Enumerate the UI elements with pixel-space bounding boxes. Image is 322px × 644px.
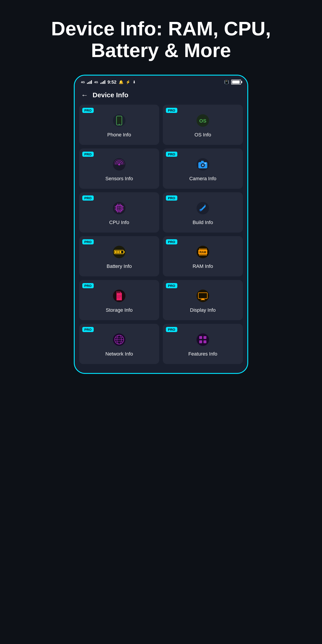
- svg-rect-53: [200, 248, 201, 250]
- network1-label: 4G: [81, 80, 85, 84]
- svg-rect-22: [119, 211, 120, 213]
- svg-rect-26: [115, 209, 116, 210]
- svg-rect-70: [200, 300, 205, 300]
- info-grid: PRO Phone Info PRO OS OS Info: [75, 105, 247, 364]
- pro-badge-build: PRO: [166, 196, 177, 200]
- svg-rect-49: [204, 254, 204, 256]
- svg-rect-31: [120, 206, 121, 208]
- status-left: 4G 4G 9:52 🔔 ⚡ ⬇: [81, 80, 136, 85]
- os-info-item[interactable]: PRO OS OS Info: [163, 105, 243, 145]
- svg-rect-18: [117, 204, 118, 205]
- svg-point-7: [118, 163, 120, 166]
- svg-rect-30: [118, 206, 119, 208]
- battery-info-label: Battery Info: [107, 264, 132, 269]
- svg-text:RAM: RAM: [200, 250, 206, 254]
- svg-rect-29: [122, 209, 124, 210]
- svg-rect-55: [202, 248, 203, 250]
- phone-info-label: Phone Info: [107, 132, 131, 138]
- svg-rect-58: [206, 248, 206, 250]
- svg-rect-23: [120, 211, 121, 213]
- pro-badge-cpu: PRO: [82, 196, 94, 200]
- svg-rect-46: [200, 254, 201, 256]
- network-info-label: Network Info: [105, 351, 133, 357]
- battery-info-icon: [111, 244, 127, 260]
- sensors-info-icon: [111, 156, 127, 172]
- pro-badge-os: PRO: [166, 108, 177, 113]
- svg-rect-32: [118, 208, 119, 210]
- phone-frame: 4G 4G 9:52 🔔 ⚡ ⬇ 📳 ← Device Info: [74, 75, 248, 374]
- sensors-info-label: Sensors Info: [105, 176, 133, 182]
- ram-info-item[interactable]: PRO RAM: [163, 236, 243, 276]
- network2-label: 4G: [94, 80, 98, 84]
- alarm-icon: 🔔: [119, 80, 124, 84]
- svg-rect-56: [204, 248, 204, 250]
- svg-rect-77: [204, 336, 206, 339]
- svg-rect-54: [202, 248, 202, 250]
- display-info-label: Display Info: [190, 307, 216, 313]
- storage-info-icon: [111, 288, 127, 304]
- sensors-info-item[interactable]: PRO Sensors Info: [79, 148, 159, 189]
- pro-badge-network: PRO: [82, 327, 94, 332]
- storage-info-item[interactable]: PRO Storage Info: [79, 280, 159, 320]
- network-info-item[interactable]: PRO Network Info: [79, 324, 159, 364]
- cpu-info-item[interactable]: PRO: [79, 192, 159, 232]
- svg-rect-28: [122, 208, 124, 208]
- svg-rect-76: [199, 336, 202, 339]
- build-info-item[interactable]: PRO Build Info: [163, 192, 243, 232]
- features-info-label: Features Info: [188, 351, 217, 357]
- pro-badge-display: PRO: [166, 283, 177, 288]
- svg-rect-14: [204, 163, 206, 164]
- camera-info-label: Camera Info: [189, 176, 216, 182]
- cpu-info-icon: [111, 200, 127, 216]
- battery-info-item[interactable]: PRO Battery Info: [79, 236, 159, 276]
- svg-rect-52: [199, 248, 200, 250]
- battery-status-icon: [231, 80, 241, 84]
- back-button[interactable]: ←: [81, 91, 88, 99]
- svg-rect-62: [119, 291, 120, 293]
- signal-bars-1: [87, 80, 92, 84]
- svg-rect-60: [117, 291, 118, 293]
- svg-rect-51: [206, 254, 206, 256]
- camera-info-item[interactable]: PRO Camera Info: [163, 148, 243, 189]
- pro-badge-camera: PRO: [166, 152, 177, 157]
- svg-rect-64: [117, 296, 122, 297]
- svg-rect-39: [115, 251, 117, 253]
- svg-rect-65: [117, 298, 120, 298]
- svg-rect-50: [205, 254, 206, 256]
- pro-badge-storage: PRO: [82, 283, 94, 288]
- cpu-info-label: CPU Info: [109, 220, 129, 226]
- status-bar: 4G 4G 9:52 🔔 ⚡ ⬇ 📳: [75, 76, 247, 87]
- storage-info-label: Storage Info: [106, 307, 132, 313]
- svg-rect-38: [124, 251, 124, 253]
- app-bar: ← Device Info: [75, 87, 247, 105]
- svg-rect-13: [201, 161, 204, 162]
- ram-info-label: RAM Info: [192, 264, 213, 269]
- features-info-item[interactable]: PRO Features Info: [163, 324, 243, 364]
- phone-info-item[interactable]: PRO Phone Info: [79, 105, 159, 145]
- svg-rect-45: [199, 254, 200, 256]
- svg-rect-20: [120, 204, 121, 205]
- os-info-icon: OS: [195, 113, 211, 128]
- svg-rect-68: [199, 294, 206, 298]
- usb-icon: ⚡: [126, 80, 130, 84]
- ram-info-icon: RAM: [195, 244, 211, 260]
- svg-rect-48: [202, 254, 203, 256]
- features-info-icon: [195, 332, 211, 348]
- svg-point-12: [202, 164, 204, 166]
- svg-rect-61: [118, 291, 119, 293]
- svg-rect-79: [204, 340, 206, 343]
- phone-info-icon: [111, 113, 127, 128]
- svg-rect-40: [117, 251, 119, 253]
- build-info-icon: [195, 200, 211, 216]
- display-info-item[interactable]: PRO Display Info: [163, 280, 243, 320]
- svg-rect-57: [205, 248, 206, 250]
- app-bar-title: Device Info: [92, 91, 128, 99]
- download-icon: ⬇: [132, 80, 136, 84]
- svg-rect-47: [202, 254, 202, 256]
- time: 9:52: [108, 80, 116, 85]
- pro-badge-features: PRO: [166, 327, 177, 332]
- pro-badge-phone: PRO: [82, 108, 94, 113]
- svg-rect-78: [199, 340, 202, 343]
- pro-badge-ram: PRO: [166, 239, 177, 244]
- svg-point-3: [119, 124, 120, 125]
